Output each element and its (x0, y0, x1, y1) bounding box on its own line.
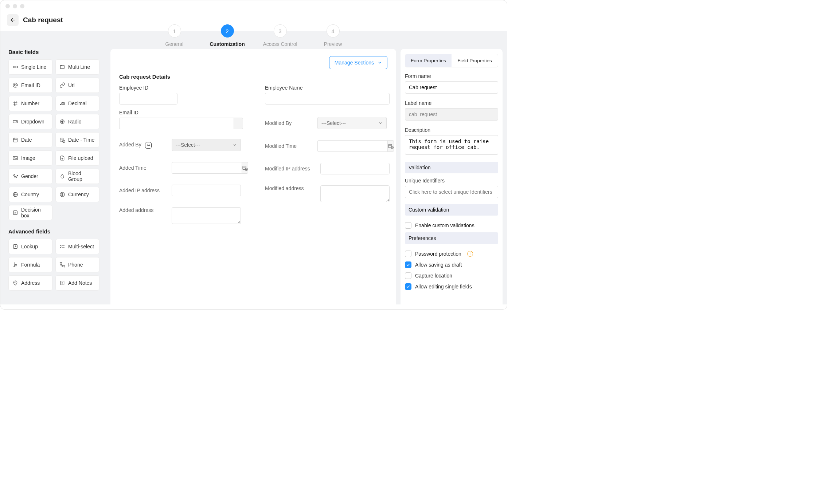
svg-point-28 (16, 176, 17, 177)
field-tile-decimal[interactable]: Decimal (55, 96, 99, 111)
window-titlebar (0, 0, 507, 12)
field-tile-country[interactable]: Country (8, 187, 52, 202)
step-access-control[interactable]: 3 Access Control (254, 24, 306, 47)
field-tile-multi-line[interactable]: Multi Line (55, 59, 99, 75)
field-tile-label: Radio (68, 119, 82, 125)
employee-id-label: Employee ID (119, 85, 243, 91)
pref-label-3: Allow editing single fields (415, 284, 472, 290)
section-heading: Cab request Details (119, 74, 387, 80)
modified-address-label: Modified address (265, 185, 312, 191)
field-tile-single-line[interactable]: Single Line (8, 59, 52, 75)
form-name-input[interactable] (405, 81, 498, 94)
field-tile-date[interactable]: Date (8, 132, 52, 147)
modified-ip-label: Modified IP address (265, 166, 312, 172)
traffic-light-min[interactable] (13, 4, 17, 8)
field-tile-label: Decision box (21, 207, 48, 218)
tab-field-properties[interactable]: Field Properties (452, 54, 498, 67)
svg-rect-1 (13, 66, 16, 68)
unique-identifiers-input[interactable] (405, 186, 498, 198)
field-tile-gender[interactable]: Gender (8, 169, 52, 184)
description-textarea[interactable]: This form is used to raise request for o… (405, 135, 498, 155)
basic-fields-heading: Basic fields (8, 49, 99, 55)
traffic-light-max[interactable] (20, 4, 24, 8)
form-canvas: Manage Sections Cab request Details Empl… (110, 49, 396, 304)
field-tile-url[interactable]: Url (55, 78, 99, 93)
field-tile-currency[interactable]: Currency (55, 187, 99, 202)
svg-point-11 (60, 104, 61, 105)
info-icon[interactable]: i (467, 251, 473, 257)
field-tile-label: Formula (21, 262, 40, 268)
svg-rect-40 (243, 166, 246, 169)
added-time-picker-button[interactable] (242, 162, 248, 174)
field-tile-label: Number (21, 101, 39, 106)
field-tile-image[interactable]: Image (8, 150, 52, 166)
field-tile-radio[interactable]: Radio (55, 114, 99, 129)
field-tile-lookup[interactable]: Lookup (8, 239, 52, 254)
pref-checkbox-0[interactable] (405, 251, 411, 257)
employee-id-input[interactable] (119, 93, 177, 105)
field-tile-address[interactable]: Address (8, 275, 52, 291)
step-preview[interactable]: 4 Preview (306, 24, 359, 47)
modified-by-select[interactable]: ---Select--- (317, 117, 387, 129)
pref-label-0: Password protection (415, 251, 461, 257)
field-tile-label: Phone (68, 262, 83, 268)
field-tile-date-time[interactable]: Date - Time (55, 132, 99, 147)
date-icon (12, 137, 18, 143)
field-tile-decision-box[interactable]: Decision box (8, 205, 52, 220)
traffic-light-close[interactable] (5, 4, 10, 8)
modified-time-picker-button[interactable] (387, 140, 394, 152)
svg-rect-12 (62, 102, 63, 105)
field-tile-label: Date - Time (68, 137, 94, 143)
added-ip-input[interactable] (172, 185, 241, 196)
modified-by-label: Modified By (265, 120, 309, 126)
pref-checkbox-2[interactable] (405, 272, 411, 279)
field-tile-file-upload[interactable]: File upload (55, 150, 99, 166)
employee-name-input[interactable] (265, 93, 390, 105)
field-tile-email-id[interactable]: Email ID (8, 78, 52, 93)
tab-form-properties[interactable]: Form Properties (405, 54, 452, 67)
field-tile-dropdown[interactable]: Dropdown (8, 114, 52, 129)
field-tile-label: Blood Group (68, 170, 95, 182)
email-id-input[interactable] (119, 118, 234, 129)
step-customization[interactable]: 2 Customization (201, 24, 254, 47)
enable-custom-validation-label: Enable custom validations (415, 223, 474, 228)
pref-checkbox-3[interactable] (405, 283, 411, 290)
label-name-label: Label name (405, 100, 498, 106)
file-upload-icon (59, 155, 65, 161)
blood-group-icon (59, 173, 65, 179)
back-button[interactable] (7, 14, 19, 26)
unique-identifiers-label: Unique Identifiers (405, 178, 498, 184)
custom-validation-section: Custom validation (405, 204, 498, 216)
svg-line-9 (14, 101, 15, 106)
field-tile-formula[interactable]: Formula (8, 257, 52, 272)
field-tile-label: Multi Line (68, 64, 90, 70)
field-tile-multi-select[interactable]: Multi-select (55, 239, 99, 254)
single-line-icon (12, 64, 18, 70)
modified-ip-input[interactable] (320, 163, 390, 174)
email-addon[interactable] (234, 118, 243, 129)
field-tile-label: Gender (21, 173, 38, 179)
added-by-label: Added By (119, 142, 163, 149)
modified-address-textarea[interactable] (320, 185, 390, 202)
manage-sections-button[interactable]: Manage Sections (329, 56, 387, 69)
field-tile-label: Image (21, 155, 35, 161)
added-time-input[interactable] (172, 162, 242, 174)
field-tile-label: Country (21, 192, 39, 197)
added-by-select[interactable]: ---Select--- (172, 139, 241, 151)
field-tile-phone[interactable]: Phone (55, 257, 99, 272)
svg-point-16 (62, 121, 63, 123)
field-tile-label: Add Notes (68, 280, 92, 286)
url-icon (59, 82, 65, 88)
pref-checkbox-1[interactable] (405, 261, 411, 268)
added-address-label: Added address (119, 207, 163, 213)
field-tile-blood-group[interactable]: Blood Group (55, 169, 99, 184)
enable-custom-validation-checkbox[interactable] (405, 222, 411, 229)
svg-point-6 (14, 84, 16, 86)
field-tile-add-notes[interactable]: Add Notes (55, 275, 99, 291)
step-general[interactable]: 1 General (148, 24, 201, 47)
modified-time-input[interactable] (317, 140, 387, 152)
field-tile-number[interactable]: Number (8, 96, 52, 111)
phone-icon (59, 262, 65, 268)
link-icon (145, 142, 152, 149)
added-address-textarea[interactable] (172, 207, 241, 224)
